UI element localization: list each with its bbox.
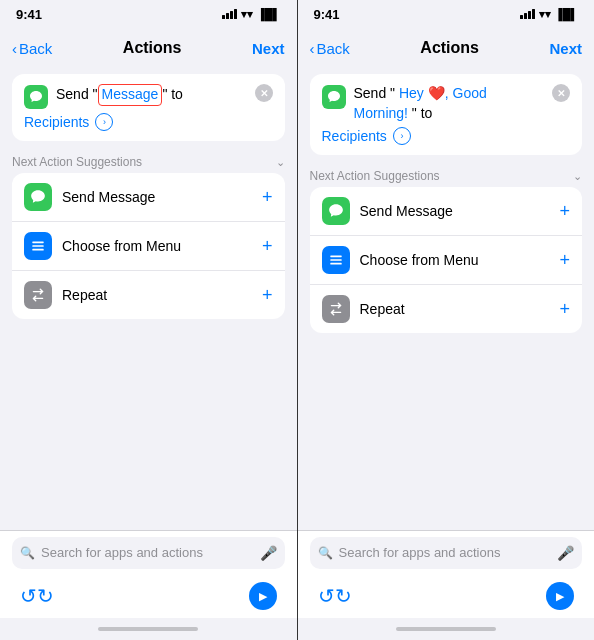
left-section-title: Next Action Suggestions bbox=[12, 155, 142, 169]
left-message-svg bbox=[29, 90, 43, 104]
left-spacer bbox=[0, 319, 297, 530]
left-close-button[interactable]: ✕ bbox=[255, 84, 273, 102]
left-suggestion-repeat[interactable]: Repeat + bbox=[12, 271, 285, 319]
right-chevron-down-icon[interactable]: ⌄ bbox=[573, 170, 582, 183]
left-back-button[interactable]: ‹ Back bbox=[12, 40, 52, 57]
right-suggestion-choose-menu[interactable]: Choose from Menu + bbox=[310, 236, 583, 285]
right-status-bar: 9:41 ▾▾ ▐█▌ bbox=[298, 0, 595, 28]
left-choose-menu-label: Choose from Menu bbox=[62, 238, 252, 254]
left-back-label: Back bbox=[19, 40, 52, 57]
left-next-button[interactable]: Next bbox=[252, 40, 285, 57]
right-play-button[interactable]: ▶ bbox=[546, 582, 574, 610]
right-suggestion-send-message[interactable]: Send Message + bbox=[310, 187, 583, 236]
right-send-message-icon bbox=[322, 197, 350, 225]
right-back-button[interactable]: ‹ Back bbox=[310, 40, 350, 57]
right-message-hey: Hey bbox=[399, 85, 428, 101]
right-repeat-label: Repeat bbox=[360, 301, 550, 317]
right-back-chevron: ‹ bbox=[310, 40, 315, 57]
left-message-app-icon bbox=[24, 85, 48, 109]
left-status-icons: ▾▾ ▐█▌ bbox=[222, 8, 280, 21]
right-message-svg bbox=[327, 90, 341, 104]
left-repeat-label: Repeat bbox=[62, 287, 252, 303]
left-choose-menu-icon bbox=[24, 232, 52, 260]
right-battery-icon: ▐█▌ bbox=[555, 8, 578, 20]
right-section-header: Next Action Suggestions ⌄ bbox=[298, 161, 595, 187]
right-suggestion-repeat[interactable]: Repeat + bbox=[310, 285, 583, 333]
left-home-indicator bbox=[0, 618, 297, 640]
right-search-icon: 🔍 bbox=[318, 546, 333, 560]
left-choose-menu-add[interactable]: + bbox=[262, 236, 273, 257]
left-search-icon: 🔍 bbox=[20, 546, 35, 560]
left-send-msg-svg bbox=[30, 189, 46, 205]
right-mic-icon[interactable]: 🎤 bbox=[557, 545, 574, 561]
right-signal-icon bbox=[520, 9, 535, 19]
right-search-bar[interactable]: 🔍 Search for apps and actions 🎤 bbox=[310, 537, 583, 569]
svg-rect-3 bbox=[330, 256, 341, 258]
right-repeat-icon bbox=[322, 295, 350, 323]
right-recipients-arrow[interactable]: › bbox=[393, 127, 411, 145]
left-send-message-add[interactable]: + bbox=[262, 187, 273, 208]
left-redo-button[interactable]: ↻ bbox=[37, 584, 54, 608]
right-choose-menu-label: Choose from Menu bbox=[360, 252, 550, 268]
right-spacer bbox=[298, 333, 595, 530]
right-choose-menu-svg bbox=[328, 252, 344, 268]
left-play-button[interactable]: ▶ bbox=[249, 582, 277, 610]
right-message-app-icon bbox=[322, 85, 346, 109]
left-back-chevron: ‹ bbox=[12, 40, 17, 57]
left-repeat-add[interactable]: + bbox=[262, 285, 273, 306]
left-mic-icon[interactable]: 🎤 bbox=[260, 545, 277, 561]
left-suggestion-send-message[interactable]: Send Message + bbox=[12, 173, 285, 222]
right-next-button[interactable]: Next bbox=[549, 40, 582, 57]
left-section-header: Next Action Suggestions ⌄ bbox=[0, 147, 297, 173]
right-repeat-svg bbox=[328, 301, 344, 317]
left-wifi-icon: ▾▾ bbox=[241, 8, 253, 21]
right-send-suffix: " to bbox=[412, 105, 433, 121]
right-undo-button[interactable]: ↺ bbox=[318, 584, 335, 608]
left-action-card: Send "Message" to ✕ Recipients › bbox=[12, 74, 285, 141]
left-nav-title: Actions bbox=[123, 39, 182, 57]
right-action-card-row: Send " Hey ❤️, Good Morning! " to ✕ bbox=[322, 84, 571, 123]
right-send-message-label: Send Message bbox=[360, 203, 550, 219]
left-send-message-icon bbox=[24, 183, 52, 211]
left-status-bar: 9:41 ▾▾ ▐█▌ bbox=[0, 0, 297, 28]
left-toolbar: ↺ ↻ ▶ bbox=[0, 574, 297, 618]
left-signal-icon bbox=[222, 9, 237, 19]
right-section-title: Next Action Suggestions bbox=[310, 169, 440, 183]
right-time: 9:41 bbox=[314, 7, 340, 22]
right-back-label: Back bbox=[317, 40, 350, 57]
left-message-placeholder[interactable]: Message bbox=[98, 84, 163, 106]
left-repeat-svg bbox=[30, 287, 46, 303]
left-recipients-arrow[interactable]: › bbox=[95, 113, 113, 131]
right-choose-menu-add[interactable]: + bbox=[559, 250, 570, 271]
right-action-card: Send " Hey ❤️, Good Morning! " to ✕ Reci… bbox=[310, 74, 583, 155]
left-repeat-icon bbox=[24, 281, 52, 309]
right-wifi-icon: ▾▾ bbox=[539, 8, 551, 21]
left-send-message-label: Send Message bbox=[62, 189, 252, 205]
right-send-message-add[interactable]: + bbox=[559, 201, 570, 222]
left-suggestion-list: Send Message + Choose from Menu + Repeat… bbox=[12, 173, 285, 319]
right-suggestion-list: Send Message + Choose from Menu + Repeat… bbox=[310, 187, 583, 333]
left-choose-menu-svg bbox=[30, 238, 46, 254]
right-close-button[interactable]: ✕ bbox=[552, 84, 570, 102]
right-home-indicator bbox=[298, 618, 595, 640]
left-recipients-row: Recipients › bbox=[24, 113, 273, 131]
left-action-text: Send "Message" to bbox=[56, 84, 247, 106]
left-chevron-down-icon[interactable]: ⌄ bbox=[276, 156, 285, 169]
right-search-text: Search for apps and actions bbox=[339, 545, 501, 560]
left-undo-button[interactable]: ↺ bbox=[20, 584, 37, 608]
left-home-bar bbox=[98, 627, 198, 631]
left-phone-screen: 9:41 ▾▾ ▐█▌ ‹ Back Actions Next bbox=[0, 0, 297, 640]
left-action-card-row: Send "Message" to ✕ bbox=[24, 84, 273, 109]
right-toolbar: ↺ ↻ ▶ bbox=[298, 574, 595, 618]
right-status-icons: ▾▾ ▐█▌ bbox=[520, 8, 578, 21]
left-recipients-label[interactable]: Recipients bbox=[24, 114, 89, 130]
left-search-bar[interactable]: 🔍 Search for apps and actions 🎤 bbox=[12, 537, 285, 569]
left-suggestion-choose-menu[interactable]: Choose from Menu + bbox=[12, 222, 285, 271]
left-battery-icon: ▐█▌ bbox=[257, 8, 280, 20]
left-time: 9:41 bbox=[16, 7, 42, 22]
right-repeat-add[interactable]: + bbox=[559, 299, 570, 320]
right-bottom-bar: 🔍 Search for apps and actions 🎤 bbox=[298, 530, 595, 574]
right-redo-button[interactable]: ↻ bbox=[335, 584, 352, 608]
left-send-suffix: " to bbox=[162, 86, 183, 102]
right-recipients-label[interactable]: Recipients bbox=[322, 128, 387, 144]
